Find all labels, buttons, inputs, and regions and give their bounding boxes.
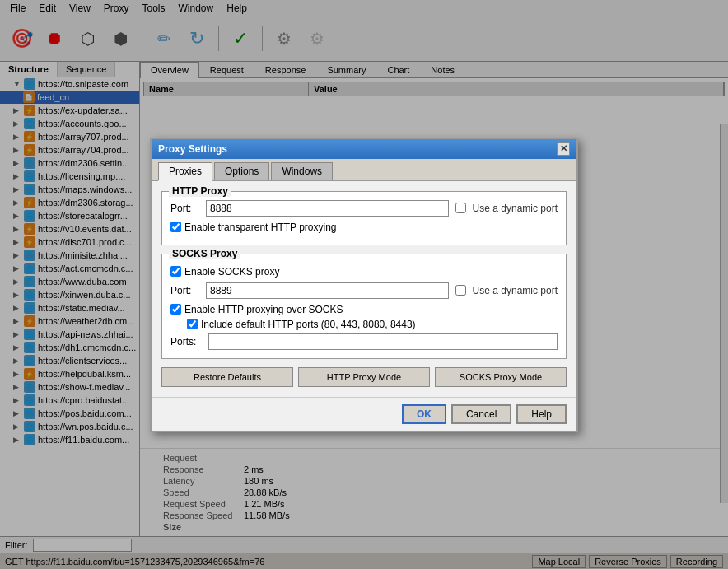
- dialog-tab-windows[interactable]: Windows: [271, 162, 333, 180]
- socks-enable-label: Enable SOCKS proxy: [184, 266, 279, 278]
- socks-ports-row: Ports:: [170, 333, 558, 350]
- dialog-tab-options[interactable]: Options: [214, 162, 269, 180]
- socks-default-ports-row: Include default HTTP ports (80, 443, 808…: [170, 319, 558, 330]
- http-port-section: Port: Use a dynamic port: [170, 200, 558, 217]
- http-transparent-checkbox[interactable]: [170, 222, 181, 232]
- dialog-titlebar: Proxy Settings ✕: [152, 139, 576, 159]
- socks-dynamic-port-label: Use a dynamic port: [473, 285, 558, 296]
- http-dynamic-port-label: Use a dynamic port: [473, 203, 558, 214]
- cancel-button[interactable]: Cancel: [451, 404, 511, 424]
- http-proxy-mode-button[interactable]: HTTP Proxy Mode: [298, 367, 430, 387]
- socks-http-over-socks-label: Enable HTTP proxying over SOCKS: [184, 304, 343, 315]
- socks-enable-checkbox[interactable]: [170, 266, 181, 277]
- socks-proxy-mode-button[interactable]: SOCKS Proxy Mode: [435, 367, 567, 387]
- http-transparent-label: Enable transparent HTTP proxying: [184, 222, 337, 233]
- http-proxy-section: HTTP Proxy Port: Use a dynamic port Enab…: [161, 191, 567, 245]
- http-port-input[interactable]: [206, 200, 449, 217]
- http-port-label: Port:: [170, 203, 199, 214]
- help-button[interactable]: Help: [516, 404, 567, 424]
- socks-default-ports-label: Include default HTTP ports (80, 443, 808…: [201, 319, 416, 330]
- restore-defaults-button[interactable]: Restore Defaults: [161, 367, 293, 387]
- socks-http-over-socks-checkbox[interactable]: [170, 304, 181, 315]
- ok-button[interactable]: OK: [402, 404, 446, 424]
- socks-dynamic-port-checkbox[interactable]: [455, 285, 466, 296]
- socks-ports-label: Ports:: [170, 336, 203, 347]
- dialog-footer: OK Cancel Help: [152, 397, 576, 431]
- http-proxy-title: HTTP Proxy: [169, 185, 231, 197]
- dialog-tabs: Proxies Options Windows: [152, 159, 576, 181]
- socks-port-section: Port: Use a dynamic port: [170, 282, 558, 299]
- dialog-close-button[interactable]: ✕: [557, 142, 570, 156]
- http-dynamic-port-checkbox[interactable]: [455, 203, 466, 213]
- dialog-title: Proxy Settings: [158, 143, 227, 155]
- dialog-body: HTTP Proxy Port: Use a dynamic port Enab…: [152, 181, 576, 397]
- socks-port-label: Port:: [170, 285, 199, 296]
- socks-ports-input[interactable]: [208, 333, 558, 350]
- socks-port-input[interactable]: [206, 282, 449, 299]
- dialog-overlay: Proxy Settings ✕ Proxies Options Windows…: [0, 0, 728, 569]
- http-transparent-row: Enable transparent HTTP proxying: [170, 222, 558, 233]
- socks-enable-row: Enable SOCKS proxy: [170, 266, 558, 278]
- socks-http-over-socks-row: Enable HTTP proxying over SOCKS: [170, 304, 558, 315]
- socks-proxy-title: SOCKS Proxy: [169, 248, 240, 259]
- restore-section: Restore Defaults HTTP Proxy Mode SOCKS P…: [161, 367, 567, 387]
- socks-default-ports-checkbox[interactable]: [187, 319, 198, 329]
- dialog-tab-proxies[interactable]: Proxies: [158, 162, 212, 181]
- socks-proxy-section: SOCKS Proxy Enable SOCKS proxy Port: Use…: [161, 254, 567, 359]
- proxy-settings-dialog: Proxy Settings ✕ Proxies Options Windows…: [150, 138, 578, 432]
